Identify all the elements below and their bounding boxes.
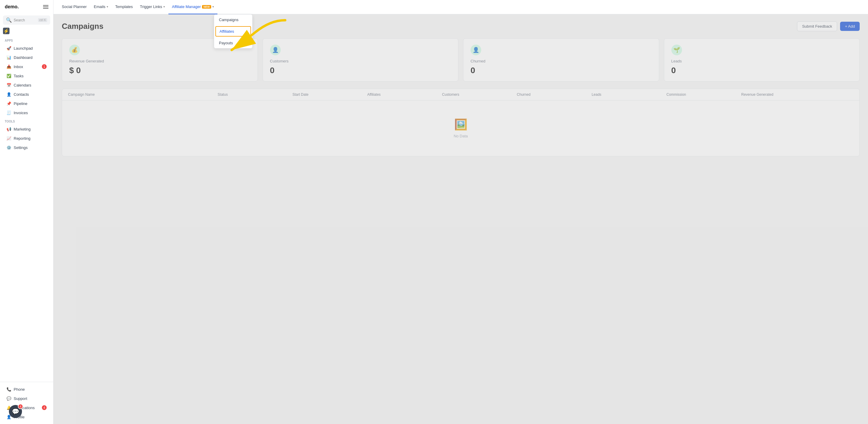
sidebar-item-support[interactable]: 💬 Support	[2, 394, 52, 403]
table-col-leads: Leads	[592, 92, 666, 96]
sidebar-item-dashboard[interactable]: 📊 Dashboard	[2, 53, 52, 62]
nav-item-affiliate-manager[interactable]: Affiliate Managernew▾	[168, 0, 217, 14]
page-title: Campaigns	[62, 22, 103, 31]
nav-item-trigger-links[interactable]: Trigger Links▾	[136, 0, 168, 14]
sidebar-item-invoices[interactable]: 🧾 Invoices	[2, 108, 52, 117]
apps-section-label: Apps	[0, 36, 53, 44]
settings-icon: ⚙️	[6, 145, 11, 150]
sidebar-label-tasks: Tasks	[14, 74, 24, 78]
nav-item-emails[interactable]: Emails▾	[90, 0, 112, 14]
pipeline-icon: 📌	[6, 101, 11, 106]
sidebar-item-phone[interactable]: 📞 Phone	[2, 385, 52, 394]
dashboard-icon: 📊	[6, 55, 11, 60]
churned-icon: 👤	[470, 45, 481, 55]
table-col-start-date: Start Date	[292, 92, 367, 96]
page-header: Campaigns Submit Feedback + Add	[62, 21, 860, 31]
revenue-value: $ 0	[69, 66, 250, 75]
sidebar-item-inbox[interactable]: 📥 Inbox 1	[2, 62, 52, 71]
table-col-customers: Customers	[442, 92, 517, 96]
customers-value: 0	[270, 66, 451, 75]
chat-notification-badge: 4	[18, 404, 23, 409]
inbox-icon: 📥	[6, 64, 11, 69]
search-shortcut: ctrl K	[38, 18, 47, 22]
sidebar-item-launchpad[interactable]: 🚀 Launchpad	[2, 44, 52, 53]
churned-label: Churned	[470, 59, 652, 63]
dropdown-payouts[interactable]: Payouts	[214, 38, 252, 48]
affiliate-manager-dropdown: Campaigns Affiliates Payouts	[214, 14, 252, 49]
leads-icon: 🌱	[671, 45, 682, 55]
sidebar-bottom: 📞 Phone 💬 Support 🔔 Notifications 4 👤 Pr…	[0, 382, 53, 424]
topnav-items-list: Social PlannerEmails▾TemplatesTrigger Li…	[58, 0, 217, 14]
sidebar-label-launchpad: Launchpad	[14, 46, 33, 51]
search-label: Search	[14, 18, 25, 22]
sidebar-item-settings[interactable]: ⚙️ Settings	[2, 143, 52, 152]
reporting-icon: 📈	[6, 136, 11, 141]
nav-item-social-planner[interactable]: Social Planner	[58, 0, 90, 14]
invoices-icon: 🧾	[6, 110, 11, 115]
dropdown-affiliates[interactable]: Affiliates	[215, 26, 251, 36]
launchpad-icon: 🚀	[6, 46, 11, 51]
no-data-text: No Data	[454, 134, 468, 138]
stat-card-churned: 👤 Churned 0	[463, 38, 659, 82]
chat-bubble-button[interactable]: 💬 4	[9, 405, 22, 418]
dropdown-campaigns[interactable]: Campaigns	[214, 15, 252, 25]
nav-chevron-affiliate-manager: ▾	[212, 5, 214, 8]
search-icon: 🔍	[6, 17, 12, 23]
sidebar-label-dashboard: Dashboard	[14, 55, 33, 60]
table-col-affiliates: Affiliates	[367, 92, 442, 96]
marketing-icon: 📢	[6, 127, 11, 132]
leads-label: Leads	[671, 59, 852, 63]
table-col-campaign-name: Campaign Name	[68, 92, 218, 96]
nav-item-templates[interactable]: Templates	[112, 0, 136, 14]
main-area: Social PlannerEmails▾TemplatesTrigger Li…	[54, 0, 868, 424]
logo-text: demo.	[5, 4, 19, 9]
table-col-commission: Commission	[666, 92, 741, 96]
customers-label: Customers	[270, 59, 451, 63]
sidebar-item-pipeline[interactable]: 📌 Pipeline	[2, 99, 52, 108]
page-content: Campaigns Submit Feedback + Add 💰 Revenu…	[54, 14, 868, 424]
sidebar-label-inbox: Inbox	[14, 64, 23, 69]
top-navigation: Social PlannerEmails▾TemplatesTrigger Li…	[54, 0, 868, 14]
no-data-icon: 🖼️	[454, 118, 468, 131]
search-bar[interactable]: 🔍 Search ctrl K	[3, 16, 50, 25]
contacts-icon: 👤	[6, 92, 11, 96]
table-col-status: Status	[218, 92, 292, 96]
header-actions: Submit Feedback + Add	[797, 21, 860, 31]
add-button[interactable]: + Add	[840, 22, 860, 31]
support-icon: 💬	[6, 396, 11, 401]
hamburger-menu-icon[interactable]	[43, 5, 49, 9]
stats-grid: 💰 Revenue Generated $ 0 👤 Customers 0 👤 …	[62, 38, 860, 82]
sidebar-item-contacts[interactable]: 👤 Contacts	[2, 90, 52, 99]
sidebar-label-invoices: Invoices	[14, 111, 28, 115]
sidebar-apps-list: 🚀 Launchpad 📊 Dashboard 📥 Inbox 1 ✅ Task…	[0, 44, 53, 117]
nav-badge-affiliate-manager: new	[202, 5, 211, 9]
sidebar-logo: demo.	[0, 0, 53, 14]
nav-label-affiliate-manager: Affiliate Manager	[172, 4, 201, 9]
sidebar: demo. 🔍 Search ctrl K ⚡ Apps 🚀 Launchpad…	[0, 0, 54, 424]
inbox-badge: 1	[42, 64, 46, 69]
sidebar-tools-list: 📢 Marketing 📈 Reporting ⚙️ Settings	[0, 124, 53, 152]
nav-label-social-planner: Social Planner	[62, 4, 87, 9]
table-col-churned: Churned	[517, 92, 592, 96]
tools-section-label: Tools	[0, 117, 53, 124]
sidebar-label-support: Support	[14, 396, 27, 401]
customers-icon: 👤	[270, 45, 281, 55]
sidebar-item-calendars[interactable]: 📅 Calendars	[2, 81, 52, 89]
submit-feedback-button[interactable]: Submit Feedback	[797, 21, 837, 31]
sidebar-label-settings: Settings	[14, 145, 28, 150]
bolt-icon[interactable]: ⚡	[3, 28, 9, 34]
sidebar-item-marketing[interactable]: 📢 Marketing	[2, 124, 52, 134]
sidebar-bottom-items-list: 📞 Phone 💬 Support 🔔 Notifications 4 👤 Pr…	[0, 385, 53, 421]
tasks-icon: ✅	[6, 74, 11, 78]
revenue-icon: 💰	[69, 45, 80, 55]
table-header-row: Campaign NameStatusStart DateAffiliatesC…	[62, 89, 859, 101]
sidebar-label-phone: Phone	[14, 387, 25, 392]
nav-label-templates: Templates	[115, 4, 133, 9]
campaigns-table: Campaign NameStatusStart DateAffiliatesC…	[62, 89, 860, 157]
nav-chevron-trigger-links: ▾	[163, 5, 165, 8]
phone-icon: 📞	[6, 387, 11, 392]
sidebar-item-reporting[interactable]: 📈 Reporting	[2, 134, 52, 143]
sidebar-item-tasks[interactable]: ✅ Tasks	[2, 72, 52, 80]
sidebar-label-reporting: Reporting	[14, 136, 30, 141]
revenue-label: Revenue Generated	[69, 59, 250, 63]
